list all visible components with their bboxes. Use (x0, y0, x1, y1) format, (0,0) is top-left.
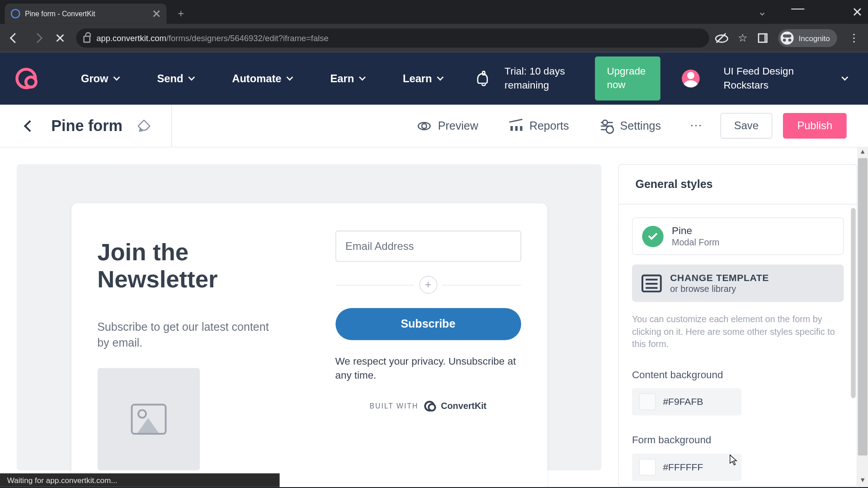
template-type: Modal Form (672, 237, 719, 247)
window-controls: ⌄ — (755, 5, 864, 19)
reports-button[interactable]: Reports (500, 119, 580, 132)
scroll-down-arrow-icon[interactable]: ▼ (857, 476, 868, 487)
back-button[interactable] (21, 117, 38, 134)
avatar[interactable] (682, 70, 699, 87)
main-area: Join theNewsletter Subscribe to get our … (0, 147, 868, 487)
browser-tab-strip: Pine form - ConvertKit + ⌄ — (0, 0, 868, 24)
form-toolbar: Pine form Preview Reports Settings ⋮ Sav… (0, 105, 868, 148)
form-subheading[interactable]: Subscribe to get our latest content by e… (97, 319, 276, 352)
tab-title: Pine form - ConvertKit (25, 9, 95, 18)
account-name[interactable]: UI Feed Design Rockstars (723, 64, 819, 93)
convertkit-mark-icon (424, 400, 435, 411)
incognito-label: Incognito (798, 33, 830, 42)
incognito-badge[interactable]: Incognito (778, 29, 837, 47)
sliders-icon (601, 122, 613, 130)
check-circle-icon (642, 225, 663, 247)
chevron-down-icon (287, 74, 293, 81)
template-name: Pine (672, 225, 719, 237)
side-panel-icon[interactable] (758, 33, 768, 43)
image-icon (131, 404, 166, 434)
upgrade-button[interactable]: Upgrade now (595, 56, 660, 100)
built-with-label: BUILT WITH (370, 402, 419, 410)
panel-scrollbar[interactable] (851, 208, 856, 399)
close-tab-icon[interactable] (152, 9, 160, 18)
account-chevron-down-icon[interactable] (841, 74, 848, 81)
chevron-down-icon (359, 74, 366, 81)
save-button[interactable]: Save (721, 113, 773, 139)
browser-forward-button[interactable] (28, 28, 48, 48)
form-title: Pine form (51, 117, 123, 135)
app-root: Grow Send Automate Earn Learn Trial: 10 … (0, 52, 868, 487)
scroll-up-arrow-icon[interactable]: ▲ (857, 147, 868, 158)
page-scrollbar-thumb[interactable] (858, 158, 868, 455)
chevron-down-icon (188, 74, 195, 81)
change-template-title: CHANGE TEMPLATE (670, 273, 769, 284)
address-bar[interactable]: app.convertkit.com/forms/designers/56469… (76, 28, 709, 47)
current-template-card[interactable]: Pine Modal Form (632, 218, 844, 255)
preview-button[interactable]: Preview (407, 119, 489, 132)
settings-button[interactable]: Settings (590, 119, 672, 132)
built-with-badge[interactable]: BUILT WITH ConvertKit (335, 400, 521, 411)
nav-learn[interactable]: Learn (385, 72, 461, 85)
nav-automate[interactable]: Automate (214, 72, 310, 85)
bookmark-star-icon[interactable]: ☆ (738, 32, 747, 45)
panel-body[interactable]: Pine Modal Form CHANGE TEMPLATE or brows… (619, 204, 857, 486)
convertkit-logo-icon[interactable] (15, 68, 37, 89)
form-bg-swatch[interactable] (639, 459, 656, 476)
tab-search-chevron-icon[interactable]: ⌄ (755, 5, 769, 19)
email-field[interactable] (335, 231, 521, 262)
add-field-divider: + (335, 276, 521, 294)
browser-back-button[interactable] (5, 28, 25, 48)
privacy-text[interactable]: We respect your privacy. Unsubscribe at … (335, 354, 521, 383)
image-placeholder[interactable] (97, 368, 199, 470)
chevron-down-icon (113, 74, 120, 81)
tab-favicon (11, 9, 20, 19)
mouse-cursor-icon (729, 454, 737, 466)
toolbar-separator (171, 104, 172, 147)
browser-stop-button[interactable] (50, 28, 71, 48)
browser-menu-icon[interactable]: ⋮ (848, 32, 859, 45)
styles-panel: General styles Pine Modal Form (618, 147, 868, 487)
form-bg-value: #FFFFFF (663, 462, 703, 473)
template-icon (642, 274, 662, 292)
lock-icon (83, 36, 90, 43)
content-bg-label: Content background (632, 369, 844, 381)
more-menu-icon[interactable]: ⋮ (689, 112, 703, 140)
canvas-backdrop[interactable]: Join theNewsletter Subscribe to get our … (17, 164, 602, 470)
publish-button[interactable]: Publish (783, 113, 847, 139)
form-preview-card[interactable]: Join theNewsletter Subscribe to get our … (71, 203, 547, 487)
content-bg-value: #F9FAFB (663, 397, 703, 408)
form-right-pane[interactable]: + Subscribe We respect your privacy. Uns… (309, 203, 547, 487)
form-left-pane[interactable]: Join theNewsletter Subscribe to get our … (71, 203, 309, 487)
form-bg-label: Form background (632, 435, 844, 446)
subscribe-button[interactable]: Subscribe (335, 308, 521, 340)
form-heading[interactable]: Join theNewsletter (97, 239, 283, 292)
browser-toolbar: app.convertkit.com/forms/designers/56469… (0, 24, 868, 52)
chart-icon (510, 121, 522, 131)
url-path: /forms/designers/5646932/edit?iframe=fal… (166, 33, 329, 43)
url-domain: app.convertkit.com (96, 33, 166, 43)
content-bg-swatch[interactable] (639, 394, 656, 410)
panel-title: General styles (619, 165, 857, 204)
edit-pencil-icon[interactable] (137, 119, 151, 132)
nav-grow[interactable]: Grow (63, 72, 137, 85)
form-bg-input[interactable]: #FFFFFF (632, 454, 741, 481)
add-field-button[interactable]: + (419, 276, 437, 294)
convertkit-wordmark: ConvertKit (441, 401, 486, 411)
content-bg-input[interactable]: #F9FAFB (632, 388, 741, 416)
page-scrollbar-track[interactable]: ▲ ▼ (857, 147, 868, 487)
nav-send[interactable]: Send (139, 72, 212, 85)
nav-earn[interactable]: Earn (312, 72, 382, 85)
eye-icon (418, 122, 431, 130)
notifications-bell-icon[interactable] (477, 73, 488, 84)
tracking-blocked-icon[interactable] (715, 32, 727, 44)
window-minimize-icon[interactable]: — (791, 1, 805, 16)
browser-tab-active[interactable]: Pine form - ConvertKit (5, 4, 167, 24)
change-template-button[interactable]: CHANGE TEMPLATE or browse library (632, 265, 844, 302)
window-close-icon[interactable] (850, 5, 865, 19)
change-template-subtitle: or browse library (670, 284, 769, 294)
app-header: Grow Send Automate Earn Learn Trial: 10 … (0, 52, 868, 105)
new-tab-button[interactable]: + (173, 5, 189, 22)
panel-help-text: You can customize each element on the fo… (632, 313, 844, 350)
window-maximize-icon[interactable] (821, 5, 835, 19)
